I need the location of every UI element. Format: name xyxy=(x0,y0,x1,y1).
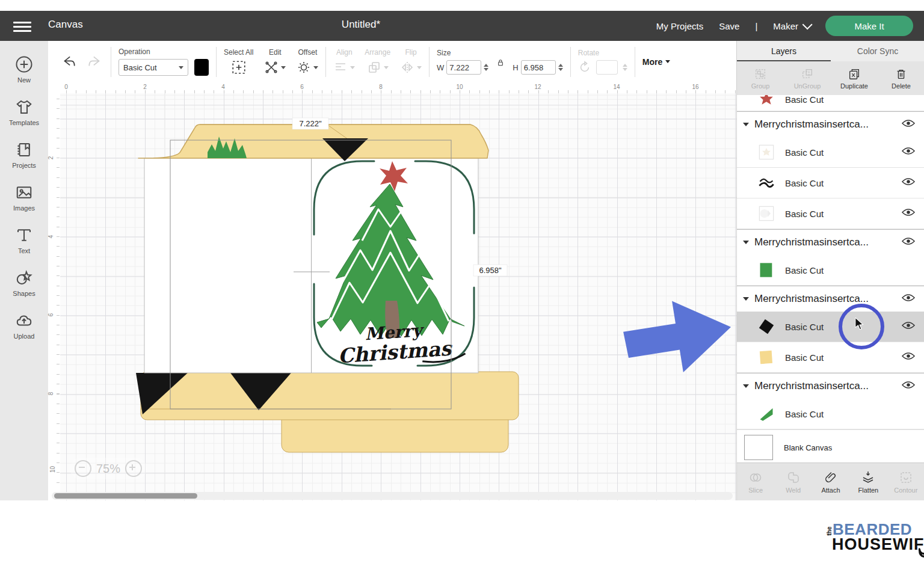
operation-select[interactable]: Basic Cut xyxy=(119,59,188,76)
tab-layers[interactable]: Layers xyxy=(737,41,831,61)
envelope-flap[interactable] xyxy=(138,124,488,158)
toolbar-divider xyxy=(635,47,635,77)
collapse-caret-icon[interactable] xyxy=(743,123,749,126)
layer-action-buttons: Group UnGroup Duplicate Delete xyxy=(737,61,924,96)
bearded-housewife-logo: the BEARDED HOUSEWIFE xyxy=(825,522,924,552)
sidebar-item-projects[interactable]: Projects xyxy=(0,141,48,169)
layer-group-row[interactable]: Merrychristmasinsertca... xyxy=(737,286,924,312)
height-input[interactable] xyxy=(521,60,556,75)
layer-label: Basic Cut xyxy=(785,209,902,219)
layer-list: Basic Cut Merrychristmasinsertca... Basi… xyxy=(737,95,924,463)
sidebar-item-templates[interactable]: Templates xyxy=(0,98,48,126)
blank-canvas-row[interactable]: Blank Canvas xyxy=(737,429,924,463)
edit-button[interactable]: Edit xyxy=(264,48,286,75)
layer-group-row[interactable]: Merrychristmasinsertca... xyxy=(737,111,924,137)
undo-icon[interactable] xyxy=(60,54,77,70)
my-projects-link[interactable]: My Projects xyxy=(656,21,703,31)
toolbar-divider xyxy=(111,47,111,77)
zoom-in-button[interactable] xyxy=(125,460,142,477)
group-label: Merrychristmasinsertca... xyxy=(754,118,902,131)
zoom-control: 75% xyxy=(70,458,147,479)
redo-icon[interactable] xyxy=(87,54,103,70)
zoom-out-button[interactable] xyxy=(75,460,91,477)
layer-row[interactable]: Basic Cut xyxy=(737,168,924,198)
visibility-eye-icon[interactable] xyxy=(902,294,916,304)
visibility-eye-icon[interactable] xyxy=(902,177,916,188)
project-title[interactable]: Untitled* xyxy=(277,19,445,31)
horizontal-scrollbar[interactable] xyxy=(52,492,733,500)
image-icon xyxy=(15,183,33,201)
tshirt-icon xyxy=(15,98,33,116)
weld-button: Weld xyxy=(774,463,812,500)
collapse-caret-icon[interactable] xyxy=(743,384,749,388)
width-dimension-label: 7.222" xyxy=(292,118,328,129)
visibility-eye-icon[interactable] xyxy=(902,321,916,332)
more-button[interactable]: More xyxy=(642,57,670,67)
toolbar-divider xyxy=(325,47,326,77)
canvas-tab[interactable]: Canvas xyxy=(48,19,83,31)
layer-bottom-toolbar: Slice Weld Attach Flatten Contour xyxy=(737,463,924,500)
visibility-eye-icon[interactable] xyxy=(902,381,916,392)
sidebar-item-shapes[interactable]: Shapes xyxy=(0,269,48,297)
toolbar-divider xyxy=(216,47,217,77)
rotate-icon xyxy=(578,60,591,75)
save-link[interactable]: Save xyxy=(719,21,739,31)
new-plus-icon xyxy=(15,55,33,73)
width-input[interactable] xyxy=(446,60,481,75)
collapse-caret-icon[interactable] xyxy=(743,297,749,301)
blank-canvas-thumbnail xyxy=(744,435,773,460)
layer-row[interactable]: Basic Cut xyxy=(737,399,924,429)
attach-button[interactable]: Attach xyxy=(812,463,849,500)
layer-row[interactable]: Basic Cut xyxy=(737,198,924,229)
hamburger-menu-icon[interactable] xyxy=(13,19,31,32)
scrollbar-thumb[interactable] xyxy=(54,493,197,499)
flatten-button[interactable]: Flatten xyxy=(849,463,887,500)
layer-row[interactable]: Basic Cut xyxy=(737,137,924,168)
design-canvas[interactable]: 0 2 4 6 8 10 12 14 16 2 4 6 8 10 xyxy=(48,82,736,500)
make-it-button[interactable]: Make It xyxy=(825,16,913,36)
machine-select[interactable]: Maker xyxy=(773,21,810,31)
toolbar-divider xyxy=(570,47,571,77)
layer-row-selected[interactable]: Basic Cut xyxy=(737,312,924,342)
sidebar-item-text[interactable]: Text xyxy=(0,226,48,254)
weld-icon xyxy=(786,470,801,485)
lock-icon[interactable] xyxy=(496,58,505,67)
visibility-eye-icon[interactable] xyxy=(902,237,916,248)
layer-label: Basic Cut xyxy=(785,322,902,332)
rotate-group: Rotate xyxy=(578,49,627,75)
tab-color-sync[interactable]: Color Sync xyxy=(831,41,924,61)
sidebar-item-images[interactable]: Images xyxy=(0,183,48,212)
sidebar-item-upload[interactable]: Upload xyxy=(0,312,48,340)
logo-the: the xyxy=(826,529,833,536)
design-artwork[interactable]: Merry Christmas 7.222" 6.958" xyxy=(60,93,736,500)
align-icon xyxy=(333,60,348,75)
shapes-icon xyxy=(15,269,33,287)
width-stepper[interactable] xyxy=(484,64,488,71)
layer-row[interactable]: Basic Cut xyxy=(737,255,924,286)
contour-button: Contour xyxy=(887,463,924,500)
delete-button[interactable]: Delete xyxy=(878,61,924,95)
color-swatch[interactable] xyxy=(194,59,209,76)
ungroup-button: UnGroup xyxy=(784,61,831,95)
layer-row[interactable]: Basic Cut xyxy=(737,342,924,373)
layer-row-partial[interactable]: Basic Cut xyxy=(737,95,924,111)
visibility-eye-icon[interactable] xyxy=(902,352,916,363)
layer-label: Basic Cut xyxy=(785,265,924,275)
layer-group-row[interactable]: Merrychristmasinsertca... xyxy=(737,373,924,399)
visibility-eye-icon[interactable] xyxy=(902,119,916,130)
envelope-bottom[interactable] xyxy=(141,372,519,452)
layer-label: Basic Cut xyxy=(785,147,902,158)
svg-text:6.958": 6.958" xyxy=(479,266,502,275)
caret-down-icon xyxy=(179,66,183,69)
sidebar-item-new[interactable]: New xyxy=(0,55,48,84)
visibility-eye-icon[interactable] xyxy=(902,147,916,158)
height-stepper[interactable] xyxy=(558,64,563,71)
offset-button[interactable]: Offset xyxy=(297,48,318,75)
select-all-button[interactable]: Select All xyxy=(224,48,253,75)
duplicate-button[interactable]: Duplicate xyxy=(831,61,878,95)
visibility-eye-icon[interactable] xyxy=(902,208,916,219)
flatten-icon xyxy=(860,470,876,485)
layer-group-row[interactable]: Merrychristmasinsertca... xyxy=(737,229,924,255)
collapse-caret-icon[interactable] xyxy=(743,241,749,244)
top-header: Canvas Untitled* My Projects Save | Make… xyxy=(0,11,924,41)
